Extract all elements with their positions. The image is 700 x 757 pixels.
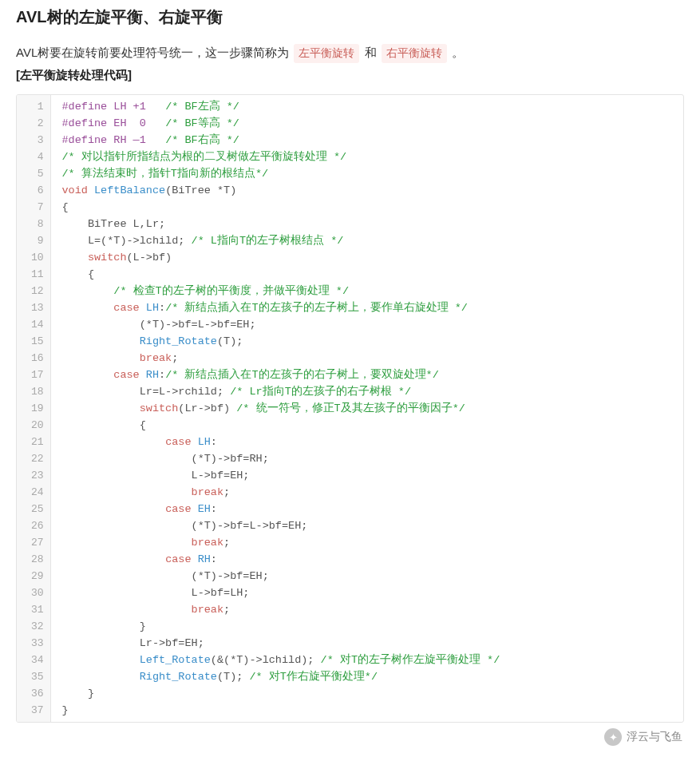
code-source: #define EH 0 /* BF等高 */ [50, 115, 683, 132]
line-number: 33 [17, 635, 50, 652]
code-line: 13 case LH:/* 新结点插入在T的左孩子的左子树上，要作单右旋处理 *… [17, 299, 683, 316]
code-line: 1#define LH +1 /* BF左高 */ [17, 95, 683, 115]
code-line: 8 BiTree L,Lr; [17, 216, 683, 232]
line-number: 31 [17, 601, 50, 618]
code-source: Right_Rotate(T); [50, 333, 683, 350]
line-number: 21 [17, 434, 50, 450]
code-source: { [50, 417, 683, 434]
code-source: case RH: [50, 551, 683, 568]
line-number: 30 [17, 585, 50, 601]
code-source: { [50, 266, 683, 283]
term-left-balance: 左平衡旋转 [294, 44, 359, 63]
code-source: } [50, 702, 683, 722]
code-block: 1#define LH +1 /* BF左高 */2#define EH 0 /… [16, 94, 684, 723]
code-line: 7{ [17, 199, 683, 216]
code-source: BiTree L,Lr; [50, 216, 683, 232]
code-line: 15 Right_Rotate(T); [17, 333, 683, 350]
code-source: /* 对以指针所指结点为根的二叉树做左平衡旋转处理 */ [50, 149, 683, 165]
line-number: 17 [17, 367, 50, 383]
code-source: void LeftBalance(BiTree *T) [50, 182, 683, 199]
code-line: 28 case RH: [17, 551, 683, 568]
code-line: 14 (*T)->bf=L->bf=EH; [17, 316, 683, 333]
code-line: 26 (*T)->bf=L->bf=EH; [17, 517, 683, 534]
line-number: 6 [17, 182, 50, 199]
intro-mid: 和 [365, 46, 380, 59]
line-number: 12 [17, 283, 50, 299]
code-line: 6void LeftBalance(BiTree *T) [17, 182, 683, 199]
code-line: 25 case EH: [17, 501, 683, 517]
code-line: 33 Lr->bf=EH; [17, 635, 683, 652]
page-title: AVL树的左旋平衡、右旋平衡 [16, 6, 684, 28]
intro-suffix: 。 [452, 46, 464, 59]
code-line: 2#define EH 0 /* BF等高 */ [17, 115, 683, 132]
line-number: 23 [17, 467, 50, 484]
code-source: (*T)->bf=L->bf=EH; [50, 316, 683, 333]
line-number: 22 [17, 450, 50, 467]
code-source: Left_Rotate(&(*T)->lchild); /* 对T的左子树作左旋… [50, 652, 683, 668]
code-line: 30 L->bf=LH; [17, 585, 683, 601]
line-number: 34 [17, 652, 50, 668]
line-number: 36 [17, 685, 50, 702]
code-section-subtitle: [左平衡旋转处理代码] [16, 68, 684, 83]
code-source: case LH:/* 新结点插入在T的左孩子的左子树上，要作单右旋处理 */ [50, 299, 683, 316]
line-number: 13 [17, 299, 50, 316]
code-line: 37} [17, 702, 683, 722]
code-line: 23 L->bf=EH; [17, 467, 683, 484]
code-source: Right_Rotate(T); /* 对T作右旋平衡处理*/ [50, 668, 683, 685]
line-number: 10 [17, 249, 50, 266]
line-number: 8 [17, 216, 50, 232]
code-source: break; [50, 350, 683, 367]
line-number: 28 [17, 551, 50, 568]
code-source: Lr->bf=EH; [50, 635, 683, 652]
code-source: L->bf=EH; [50, 467, 683, 484]
code-source: #define LH +1 /* BF左高 */ [50, 95, 683, 115]
code-line: 11 { [17, 266, 683, 283]
line-number: 32 [17, 618, 50, 635]
code-line: 16 break; [17, 350, 683, 367]
line-number: 11 [17, 266, 50, 283]
code-source: } [50, 618, 683, 635]
code-line: 9 L=(*T)->lchild; /* L指向T的左子树根结点 */ [17, 232, 683, 249]
intro-prefix: AVL树要在旋转前要处理符号统一，这一步骤简称为 [16, 46, 292, 59]
code-line: 3#define RH —1 /* BF右高 */ [17, 132, 683, 149]
code-line: 5/* 算法结束时，指针T指向新的根结点*/ [17, 165, 683, 182]
code-source: case EH: [50, 501, 683, 517]
code-line: 32 } [17, 618, 683, 635]
line-number: 24 [17, 484, 50, 501]
code-source: #define RH —1 /* BF右高 */ [50, 132, 683, 149]
line-number: 9 [17, 232, 50, 249]
line-number: 18 [17, 383, 50, 400]
term-right-balance: 右平衡旋转 [382, 44, 447, 63]
code-source: /* 检查T的左子树的平衡度，并做平衡处理 */ [50, 283, 683, 299]
code-line: 17 case RH:/* 新结点插入在T的左孩子的右子树上，要双旋处理*/ [17, 367, 683, 383]
code-line: 18 Lr=L->rchild; /* Lr指向T的左孩子的右子树根 */ [17, 383, 683, 400]
code-source: /* 算法结束时，指针T指向新的根结点*/ [50, 165, 683, 182]
line-number: 2 [17, 115, 50, 132]
intro-paragraph: AVL树要在旋转前要处理符号统一，这一步骤简称为 左平衡旋转 和 右平衡旋转 。 [16, 42, 684, 63]
code-source: case LH: [50, 434, 683, 450]
code-source: break; [50, 534, 683, 551]
line-number: 15 [17, 333, 50, 350]
code-line: 34 Left_Rotate(&(*T)->lchild); /* 对T的左子树… [17, 652, 683, 668]
line-number: 3 [17, 132, 50, 149]
code-line: 10 switch(L->bf) [17, 249, 683, 266]
code-line: 21 case LH: [17, 434, 683, 450]
code-source: Lr=L->rchild; /* Lr指向T的左孩子的右子树根 */ [50, 383, 683, 400]
code-line: 20 { [17, 417, 683, 434]
code-line: 31 break; [17, 601, 683, 618]
code-source: L=(*T)->lchild; /* L指向T的左子树根结点 */ [50, 232, 683, 249]
code-line: 36 } [17, 685, 683, 702]
code-line: 19 switch(Lr->bf) /* 统一符号，修正T及其左孩子的平衡因子*… [17, 400, 683, 417]
code-line: 24 break; [17, 484, 683, 501]
code-source: (*T)->bf=RH; [50, 450, 683, 467]
code-line: 12 /* 检查T的左子树的平衡度，并做平衡处理 */ [17, 283, 683, 299]
line-number: 4 [17, 149, 50, 165]
line-number: 1 [17, 95, 50, 115]
line-number: 19 [17, 400, 50, 417]
code-source: { [50, 199, 683, 216]
code-line: 22 (*T)->bf=RH; [17, 450, 683, 467]
line-number: 35 [17, 668, 50, 685]
line-number: 5 [17, 165, 50, 182]
code-line: 35 Right_Rotate(T); /* 对T作右旋平衡处理*/ [17, 668, 683, 685]
code-source: switch(L->bf) [50, 249, 683, 266]
